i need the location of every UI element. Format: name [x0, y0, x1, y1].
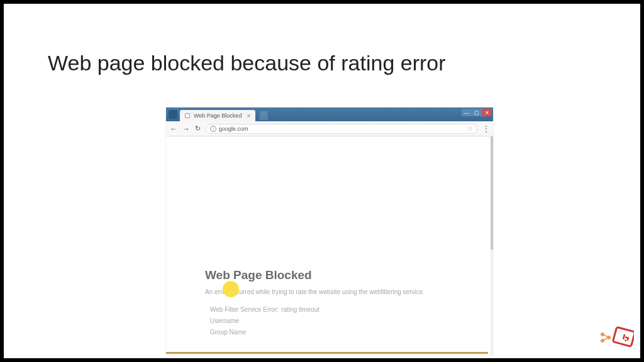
browser-tab[interactable]: Web Page Blocked × [180, 110, 255, 121]
cursor-highlight-icon [223, 281, 239, 297]
blocked-details: Web Filter Service Error: rating timeout… [205, 304, 438, 338]
username-label: Username [210, 315, 438, 327]
tab-close-icon[interactable]: × [247, 112, 250, 119]
maximize-button[interactable]: ▢ [472, 109, 482, 116]
browser-titlebar: Web Page Blocked × — ▢ ✕ [166, 107, 493, 121]
slide-title: Web page blocked because of rating error [48, 51, 446, 75]
back-button[interactable]: ← [170, 124, 177, 133]
svg-point-6 [625, 339, 627, 342]
scrollbar-thumb[interactable] [491, 136, 493, 250]
group-label: Group Name [210, 327, 438, 338]
error-value: rating timeout [281, 304, 319, 315]
address-bar[interactable]: i google.com ☆ [206, 124, 477, 134]
tab-favicon-icon [185, 113, 190, 118]
browser-menu-icon[interactable]: ⋮ [482, 124, 489, 133]
browser-window: Web Page Blocked × — ▢ ✕ ← → ↻ i google.… [166, 107, 493, 355]
new-tab-button[interactable] [259, 111, 268, 120]
error-label: Web Filter Service Error: [210, 304, 279, 315]
blocked-description: An error occurred while trying to rate t… [205, 287, 438, 297]
brand-logo-icon [596, 323, 634, 353]
minimize-button[interactable]: — [462, 109, 472, 116]
close-button[interactable]: ✕ [482, 109, 492, 116]
url-text: google.com [219, 126, 465, 132]
browser-toolbar: ← → ↻ i google.com ☆ ⋮ [166, 121, 493, 136]
blocked-heading: Web Page Blocked [205, 268, 438, 282]
window-controls: — ▢ ✕ [462, 109, 492, 116]
forward-button[interactable]: → [182, 124, 190, 133]
bookmark-star-icon[interactable]: ☆ [467, 125, 473, 132]
site-info-icon[interactable]: i [210, 126, 216, 132]
incognito-icon [169, 110, 177, 119]
blocked-message: Web Page Blocked An error occurred while… [205, 268, 438, 338]
slide: Web page blocked because of rating error… [4, 4, 640, 358]
page-divider [166, 352, 488, 354]
page-content: Web Page Blocked An error occurred while… [166, 136, 491, 355]
reload-button[interactable]: ↻ [195, 124, 201, 133]
tab-title: Web Page Blocked [194, 112, 242, 119]
